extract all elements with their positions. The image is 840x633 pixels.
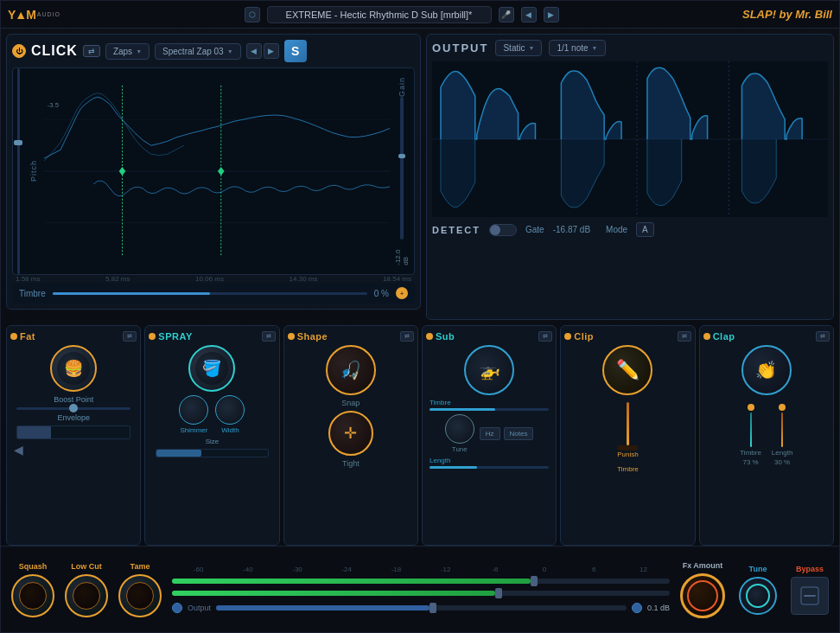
shape-power[interactable] [288,333,295,340]
gate-toggle[interactable] [489,224,517,236]
sub-panel: Sub ⇄ 🚁 Timbre Tune [422,325,557,546]
svg-text:-3.5: -3.5 [48,100,59,108]
gain-slider[interactable]: Gain -12.0 dB [390,68,414,274]
fat-arrow-btn[interactable]: ◀ [14,443,23,457]
squash-group: Squash [11,562,54,617]
clap-power[interactable] [703,333,710,340]
mic-icon[interactable]: 🎤 [499,7,514,22]
shape-swap-btn[interactable]: ⇄ [400,331,414,342]
punish-label: Punish [617,451,638,458]
eq-marker-1: -40 [223,566,272,573]
lowcut-knob[interactable] [65,574,108,617]
punish-needle [627,402,629,445]
sub-tune-knob[interactable] [445,414,474,444]
click-section: ⏻ CLICK ⇄ Zaps Spectral Zap 03 ◀ ▶ S [6,34,421,310]
eq-marker-4: -18 [372,566,421,573]
timbre-label[interactable]: Timbre [19,289,46,298]
gate-db-value: -16.87 dB [553,225,590,234]
clap-knob[interactable]: 👏 [741,345,792,395]
hz-btn[interactable]: Hz [480,427,500,440]
output-handle[interactable] [430,603,436,613]
nav-prev-btn[interactable]: ◀ [521,7,537,22]
tune-knob[interactable] [739,577,777,615]
clap-title: Clap [713,331,735,342]
click-category-dropdown[interactable]: Zaps [105,43,150,60]
fx-knob[interactable] [680,573,725,618]
top-bar-center: ⬡ EXTREME - Hectic Rhythmic D Sub [mrbil… [245,6,559,23]
sub-timbre-slider[interactable] [430,408,549,411]
eq-section: -60 -40 -30 -24 -18 -12 -6 0 6 12 [172,566,670,613]
boost-point-label: Boost Point [54,395,93,404]
clap-timbre-dot [748,404,754,411]
sub-tune-label: Tune [452,445,468,453]
sub-timbre-label: Timbre [430,399,549,406]
click-s-badge[interactable]: S [284,40,307,62]
sub-length-slider[interactable] [430,466,549,469]
clap-timbre-pct: 73 % [742,458,758,466]
width-knob[interactable] [215,395,245,425]
click-nav-next[interactable]: ▶ [264,43,279,59]
click-shuffle-btn[interactable]: ⇄ [83,45,100,57]
timbre-slider[interactable] [53,292,367,295]
tune-label: Tune [749,565,767,573]
fat-power[interactable] [10,333,17,340]
detect-label: DETECT [432,225,480,235]
mode-dropdown[interactable]: A [636,222,654,237]
fat-swap-btn[interactable]: ⇄ [123,331,137,342]
shape-panel: Shape ⇄ 🎣 Snap ✛ Tight [283,325,418,546]
fat-icon: 🍔 [64,359,83,378]
notes-btn[interactable]: Notes [504,427,534,440]
click-waveform: Pitch -3.5 [12,67,415,275]
eq-track-top[interactable] [172,579,670,584]
click-preset-dropdown[interactable]: Spectral Zap 03 [155,43,241,60]
tame-knob[interactable] [118,574,162,617]
nav-next-btn[interactable]: ▶ [544,7,559,22]
clap-swap-btn[interactable]: ⇄ [816,331,830,342]
eq-handle-top[interactable] [531,576,538,586]
output-mode-dropdown[interactable]: Static [495,40,542,56]
output-track[interactable] [216,605,627,611]
product-logo: SLAP! by Mr. Bill [742,8,832,21]
spray-knob[interactable]: 🪣 [188,345,235,392]
squash-label: Squash [19,562,48,571]
fat-knob[interactable]: 🍔 [50,345,97,392]
eq-marker-3: -24 [322,566,372,573]
sub-icon: 🚁 [479,360,500,380]
tune-group: Tune [739,565,777,615]
spray-icon: 🪣 [202,359,221,378]
boost-point-slider[interactable] [16,407,130,410]
svg-marker-6 [119,167,126,176]
squash-knob[interactable] [11,574,54,617]
spray-swap-btn[interactable]: ⇄ [262,331,276,342]
size-slider[interactable] [156,449,270,457]
click-nav-prev[interactable]: ◀ [246,43,262,59]
timbre-plus-btn[interactable]: + [396,287,408,299]
clip-swap-btn[interactable]: ⇄ [678,331,691,342]
sub-swap-btn[interactable]: ⇄ [538,331,552,342]
eq-track-bottom[interactable] [172,591,670,596]
shimmer-knob[interactable] [179,395,208,425]
clap-length-needle [781,412,783,447]
sub-power[interactable] [426,333,433,340]
spray-power[interactable] [149,333,156,340]
sub-knob[interactable]: 🚁 [464,345,514,395]
eq-marker-6: -6 [470,566,519,573]
eq-marker-8: 6 [570,566,619,573]
fat-title: Fat [20,331,35,342]
bypass-btn[interactable] [791,577,829,615]
click-power-btn[interactable]: ⏻ [12,44,26,58]
clip-knob[interactable]: ✏️ [602,345,652,395]
lowcut-label: Low Cut [71,562,102,571]
clip-power[interactable] [564,333,571,340]
clip-timbre-label: Timbre [617,465,639,473]
sub-length-label: Length [430,457,549,464]
eq-marker-9: 12 [619,566,668,573]
nav-icon[interactable]: ⬡ [245,7,260,22]
output-note-dropdown[interactable]: 1/1 note [549,40,605,56]
output-label: Output [188,604,211,612]
snap-knob[interactable]: 🎣 [326,345,376,395]
preset-name: EXTREME - Hectic Rhythmic D Sub [mrbill]… [267,6,492,23]
eq-handle-bottom[interactable] [495,588,502,598]
tight-knob[interactable]: ✛ [328,411,373,456]
pitch-slider[interactable] [13,68,23,274]
